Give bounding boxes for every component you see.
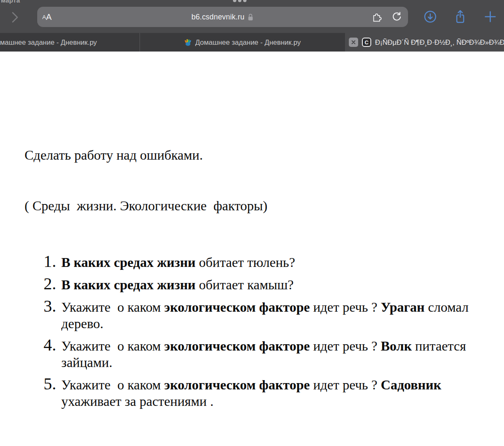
tab-title: машнее задание - Дневник.ру xyxy=(0,38,97,46)
status-bar-date-remnant: марта xyxy=(1,0,20,4)
forward-button[interactable] xyxy=(8,11,21,24)
downloads-button[interactable] xyxy=(423,10,437,24)
dnevnik-hand-favicon xyxy=(184,38,192,46)
web-page: Сделать работу над ошибками. ( Среды жиз… xyxy=(0,52,504,446)
item-text: Укажите о каком экологическом факторе ид… xyxy=(61,377,493,410)
dot xyxy=(243,0,247,2)
tab-active-mojibake[interactable]: C Đ¡ÑĐµĐ´Ñ Đ¶Đ¸Đ·Đ½Đ¸, ÑĐºĐ¾Đ»Đ¾Đ³ xyxy=(345,33,504,52)
tab-title: Домашнее задание - Дневник.ру xyxy=(195,38,301,46)
tab-close-button[interactable] xyxy=(349,38,358,47)
list-item: 3. Укажите о каком экологическом факторе… xyxy=(44,298,494,332)
extensions-puzzle-icon[interactable] xyxy=(372,12,382,22)
reload-icon[interactable] xyxy=(392,11,402,22)
dot xyxy=(233,0,236,2)
new-tab-plus-icon[interactable] xyxy=(483,10,497,24)
lock-icon xyxy=(247,13,254,21)
dot xyxy=(238,0,241,2)
chevron-right-icon xyxy=(8,11,21,24)
homework-document: Сделать работу над ошибками. ( Среды жиз… xyxy=(25,113,494,414)
tab-title: Đ¡ÑĐµĐ´Ñ Đ¶Đ¸Đ·Đ½Đ¸, ÑĐºĐ¾Đ»Đ¾Đ³ xyxy=(375,38,504,46)
tab-homework-1[interactable]: машнее задание - Дневник.ру xyxy=(0,33,140,52)
item-text: В каких средах жизни обитает тюлень? xyxy=(61,254,493,271)
c-letter-favicon: C xyxy=(362,38,371,47)
item-text: В каких средах жизни обитает камыш? xyxy=(61,277,493,293)
tab-homework-2[interactable]: Домашнее задание - Дневник.ру xyxy=(140,33,345,52)
list-item: 4. Укажите о каком экологическом факторе… xyxy=(44,337,494,371)
item-number: 4. xyxy=(44,337,61,353)
item-number: 1. xyxy=(44,253,61,269)
question-list: 1. В каких средах жизни обитает тюлень? … xyxy=(25,253,494,410)
heading-line-1: Сделать работу над ошибками. xyxy=(25,147,494,163)
list-item: 2. В каких средах жизни обитает камыш? xyxy=(44,275,494,293)
list-item: 1. В каких средах жизни обитает тюлень? xyxy=(44,253,494,271)
tab-bar: машнее задание - Дневник.ру Домашнее зад… xyxy=(0,33,504,52)
browser-chrome: марта АА b6.csdnevnik.ru xyxy=(0,0,504,33)
address-bar[interactable]: АА b6.csdnevnik.ru xyxy=(37,7,408,27)
item-text: Укажите о каком экологическом факторе ид… xyxy=(61,338,493,371)
share-icon[interactable] xyxy=(453,9,467,24)
item-number: 2. xyxy=(44,275,61,292)
document-heading: Сделать работу над ошибками. ( Среды жиз… xyxy=(25,113,494,248)
item-text: Укажите о каком экологическом факторе ид… xyxy=(61,299,493,332)
heading-line-2: ( Среды жизни. Экологические факторы) xyxy=(25,197,494,214)
item-number: 3. xyxy=(44,298,61,314)
url-text[interactable]: b6.csdnevnik.ru xyxy=(192,13,245,22)
item-number: 5. xyxy=(44,375,61,392)
list-item: 5. Укажите о каком экологическом факторе… xyxy=(44,375,494,410)
multitask-indicator[interactable] xyxy=(233,0,247,2)
